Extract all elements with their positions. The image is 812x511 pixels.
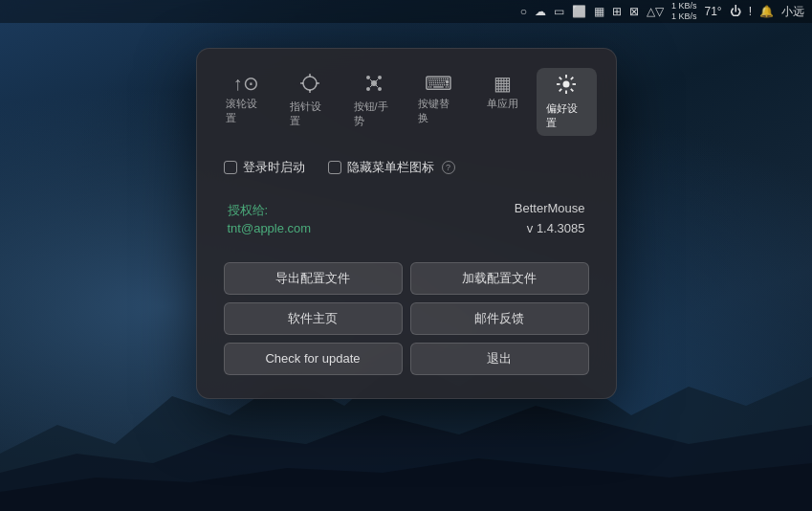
import-config-button[interactable]: 加载配置文件 [410, 262, 589, 295]
svg-line-21 [571, 78, 574, 80]
window-icon: ⬜ [572, 5, 586, 18]
svg-line-22 [560, 89, 562, 92]
network-arrows-icon: △▽ [647, 5, 664, 18]
svg-line-20 [571, 89, 574, 92]
user-name: 小远 [781, 4, 804, 20]
alert-icon: ! [749, 5, 752, 18]
help-icon[interactable]: ? [442, 161, 455, 174]
quit-button[interactable]: 退出 [410, 343, 589, 375]
network-speed-icon: 1 KB/s1 KB/s [671, 1, 697, 22]
preferences-panel: ↑⊙ 滚轮设置 指针设置 [196, 48, 617, 399]
hide-menu-icon-label: 隐藏菜单栏图标 [347, 159, 434, 176]
tab-single-app[interactable]: ▦ 单应用 [472, 68, 533, 136]
scroll-tab-icon: ↑⊙ [233, 74, 259, 93]
svg-point-8 [366, 87, 370, 91]
license-label: 授权给: [228, 202, 312, 219]
tab-pointer[interactable]: 指针设置 [280, 68, 340, 136]
svg-point-9 [378, 87, 382, 91]
buttons-tab-label: 按钮/手势 [354, 100, 395, 128]
svg-line-19 [560, 78, 562, 80]
memory-icon: ⊞ [612, 5, 622, 18]
power-icon: ⏻ [730, 5, 741, 18]
svg-point-14 [563, 81, 570, 88]
preferences-tab-icon [556, 74, 577, 98]
cpu-icon: ▦ [594, 5, 604, 18]
notification-icon: 🔔 [759, 5, 774, 18]
preferences-content: 登录时启动 隐藏菜单栏图标 ? 授权给: tnt@apple.com Bette… [216, 155, 597, 379]
license-right: BetterMouse v 1.4.3085 [515, 199, 585, 239]
tab-scroll[interactable]: ↑⊙ 滚轮设置 [216, 68, 276, 136]
launch-at-login-checkbox[interactable] [224, 161, 237, 174]
display-icon: ▭ [554, 5, 564, 18]
launch-at-login-label: 登录时启动 [243, 159, 305, 176]
svg-line-13 [376, 85, 378, 87]
license-left: 授权给: tnt@apple.com [228, 202, 312, 235]
keyboard-tab-icon: ⌨ [425, 74, 452, 93]
checkbox-row: 登录时启动 隐藏菜单栏图标 ? [224, 159, 589, 176]
launch-at-login-item[interactable]: 登录时启动 [224, 159, 305, 176]
app-version: v 1.4.3085 [515, 219, 585, 239]
scroll-tab-label: 滚轮设置 [226, 97, 267, 125]
menu-bar: ○ ☁ ▭ ⬜ ▦ ⊞ ⊠ △▽ 1 KB/s1 KB/s 71° ⏻ ! 🔔 … [0, 0, 812, 23]
single-app-tab-icon: ▦ [494, 74, 512, 93]
svg-point-0 [303, 77, 317, 90]
circle-icon: ○ [520, 5, 527, 18]
export-config-button[interactable]: 导出配置文件 [224, 262, 403, 295]
tab-buttons[interactable]: 按钮/手势 [344, 68, 405, 136]
temperature-icon: 71° [705, 5, 722, 18]
feedback-button[interactable]: 邮件反馈 [410, 302, 589, 335]
tab-keyboard[interactable]: ⌨ 按键替换 [408, 68, 469, 136]
homepage-button[interactable]: 软件主页 [224, 302, 403, 335]
buttons-grid: 导出配置文件 加载配置文件 软件主页 邮件反馈 Check for update… [224, 262, 589, 375]
hide-menu-icon-item[interactable]: 隐藏菜单栏图标 ? [328, 159, 455, 176]
svg-line-10 [370, 79, 372, 81]
license-section: 授权给: tnt@apple.com BetterMouse v 1.4.308… [224, 199, 589, 239]
app-name: BetterMouse [515, 199, 585, 219]
svg-line-11 [376, 79, 378, 81]
svg-line-12 [370, 85, 372, 87]
tab-bar: ↑⊙ 滚轮设置 指针设置 [216, 68, 597, 136]
menubar-icons: ○ ☁ ▭ ⬜ ▦ ⊞ ⊠ △▽ 1 KB/s1 KB/s 71° ⏻ ! 🔔 … [520, 1, 804, 22]
disk-icon: ⊠ [629, 5, 639, 18]
keyboard-tab-label: 按键替换 [418, 97, 459, 125]
preferences-tab-label: 偏好设置 [546, 101, 587, 130]
hide-menu-icon-checkbox[interactable] [328, 161, 341, 174]
license-email: tnt@apple.com [228, 221, 312, 235]
single-app-tab-label: 单应用 [487, 97, 518, 111]
tab-preferences[interactable]: 偏好设置 [537, 68, 597, 136]
buttons-tab-icon [364, 74, 384, 96]
pointer-tab-label: 指针设置 [290, 100, 331, 128]
check-update-button[interactable]: Check for update [224, 343, 403, 375]
svg-point-6 [366, 76, 370, 79]
cloud-icon: ☁ [535, 5, 546, 18]
svg-point-7 [378, 76, 382, 79]
pointer-tab-icon [300, 74, 319, 96]
